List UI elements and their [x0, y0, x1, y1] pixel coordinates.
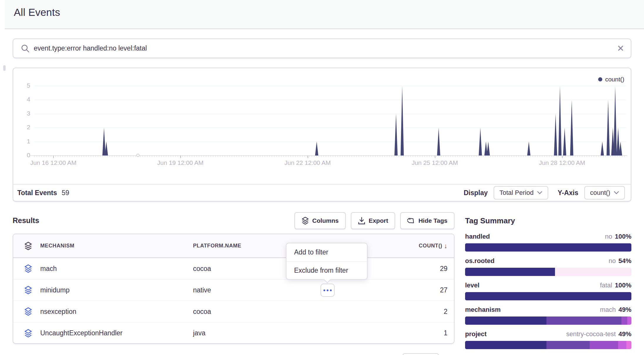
x-axis-tick-label: Jun 16 12:00 AM [18, 159, 88, 166]
column-header-count-label: COUNT() [419, 243, 442, 249]
x-axis-tick [562, 156, 563, 158]
tag-top-value: no [608, 257, 616, 265]
y-axis-tick-label: 2 [13, 124, 30, 131]
search-icon [21, 44, 30, 53]
x-axis-tick-label: Jun 25 12:00 AM [400, 159, 470, 166]
total-events-label: Total Events [17, 189, 57, 197]
column-header-mechanism[interactable]: MECHANISM [37, 243, 193, 249]
cell-mechanism[interactable]: nsexception [37, 308, 193, 316]
tag-name: mechanism [465, 306, 501, 314]
tag-distribution-bar[interactable] [465, 268, 631, 276]
count-series [34, 86, 626, 155]
tag-bar-segment[interactable] [465, 341, 546, 349]
tag-bar-segment[interactable] [465, 243, 631, 252]
hide-tags-button[interactable]: Hide Tags [400, 212, 455, 229]
y-axis-tick-label: 5 [13, 82, 30, 89]
chevron-down-icon [537, 191, 542, 195]
sort-desc-icon: ↓ [444, 242, 447, 250]
tag-entry-level: level fatal 100% [465, 282, 631, 300]
y-axis-tick-label: 1 [13, 138, 30, 145]
tag-bar-segment[interactable] [465, 317, 546, 325]
cell-mechanism[interactable]: minidump [37, 286, 193, 294]
drag-handle[interactable] [3, 65, 6, 71]
yaxis-dropdown-value: count() [590, 189, 610, 197]
cell-platform[interactable]: native [193, 286, 401, 294]
tag-entry-mechanism: mechanism mach 49% [465, 306, 631, 325]
pagination-button-partial[interactable] [402, 353, 439, 355]
download-icon [358, 217, 365, 225]
tag-distribution-bar[interactable] [465, 317, 631, 325]
chart-footer: Total Events 59 Display Total Period Y-A… [13, 184, 631, 201]
cell-count: 29 [401, 265, 454, 273]
release-marker-icon[interactable] [136, 154, 140, 157]
cell-mechanism[interactable]: UncaughtExceptionHandler [37, 329, 193, 337]
tag-name: handled [465, 233, 490, 240]
tag-name: project [465, 330, 487, 338]
layers-icon[interactable] [19, 307, 37, 316]
x-axis-tick-label: Jun 22 12:00 AM [272, 159, 343, 166]
tag-name: os.rooted [465, 257, 494, 265]
tag-top-value: mach [600, 306, 616, 314]
table-row[interactable]: nsexception cocoa 2 [13, 301, 454, 322]
layers-icon [301, 217, 309, 225]
row-actions-button[interactable] [321, 284, 335, 297]
layers-icon[interactable] [19, 242, 37, 250]
x-axis-tick [308, 156, 308, 158]
tag-bar-segment[interactable] [555, 268, 631, 276]
table-row[interactable]: minidump native 27 [13, 279, 454, 301]
columns-button[interactable]: Columns [294, 212, 346, 229]
yaxis-dropdown[interactable]: count() [584, 186, 625, 200]
add-to-filter-menu-item[interactable]: Add to filter [286, 243, 367, 261]
results-actions: Columns Export Hide Tags [13, 212, 455, 229]
tag-bar-segment[interactable] [626, 341, 631, 349]
tag-bar-segment[interactable] [465, 292, 631, 300]
tag-distribution-bar[interactable] [465, 292, 631, 300]
cell-mechanism[interactable]: mach [37, 265, 193, 273]
table-row[interactable]: UncaughtExceptionHandler java 1 [13, 322, 454, 344]
column-header-count[interactable]: COUNT() ↓ [401, 242, 454, 250]
tag-bar-segment[interactable] [465, 268, 555, 276]
display-dropdown[interactable]: Total Period [494, 186, 548, 200]
tag-bar-segment[interactable] [590, 341, 618, 349]
chart-area[interactable]: count() 012345Jun 16 12:00 AMJun 19 12:0… [13, 68, 631, 185]
tag-bar-segment[interactable] [621, 317, 627, 325]
x-axis-tick [53, 156, 54, 158]
layers-icon[interactable] [19, 329, 37, 338]
layers-icon[interactable] [19, 286, 37, 294]
total-events-value: 59 [62, 189, 69, 197]
cell-platform[interactable]: cocoa [193, 308, 401, 316]
tag-bar-segment[interactable] [627, 317, 631, 325]
x-axis-tick [180, 156, 181, 158]
export-button[interactable]: Export [351, 212, 395, 229]
cell-count: 1 [401, 329, 454, 337]
tag-top-pct: 100% [615, 282, 631, 289]
search-input[interactable] [34, 44, 617, 52]
tag-summary: Tag Summary handled no 100% os.rooted no… [465, 216, 631, 225]
tag-distribution-bar[interactable] [465, 243, 631, 252]
columns-button-label: Columns [312, 217, 339, 224]
tag-top-value: sentry-cocoa-test [566, 330, 616, 338]
tag-bar-segment[interactable] [546, 341, 590, 349]
search-bar[interactable]: ✕ [13, 38, 631, 58]
display-label: Display [464, 189, 488, 197]
y-axis-tick-label: 3 [13, 110, 30, 117]
tag-top-value: fatal [600, 282, 612, 289]
page-title: All Events [14, 6, 60, 18]
x-axis-tick-label: Jun 19 12:00 AM [145, 159, 216, 166]
y-axis-tick-label: 4 [13, 96, 30, 103]
table-row[interactable]: mach cocoa 29 [13, 258, 454, 279]
tag-icon [407, 217, 415, 225]
cell-platform[interactable]: java [193, 329, 401, 337]
display-dropdown-value: Total Period [499, 189, 534, 197]
chart-legend[interactable]: count() [598, 76, 624, 83]
tag-top-pct: 54% [618, 257, 631, 265]
tag-distribution-bar[interactable] [465, 341, 631, 349]
clear-search-icon[interactable]: ✕ [617, 44, 624, 53]
results-table: MECHANISM PLATFORM.NAME COUNT() ↓ mach c… [13, 234, 455, 344]
legend-dot-icon [598, 77, 602, 81]
x-axis-tick [435, 156, 435, 158]
yaxis-label: Y-Axis [558, 189, 578, 197]
tag-bar-segment[interactable] [546, 317, 621, 325]
tag-bar-segment[interactable] [618, 341, 626, 349]
layers-icon[interactable] [19, 264, 37, 273]
